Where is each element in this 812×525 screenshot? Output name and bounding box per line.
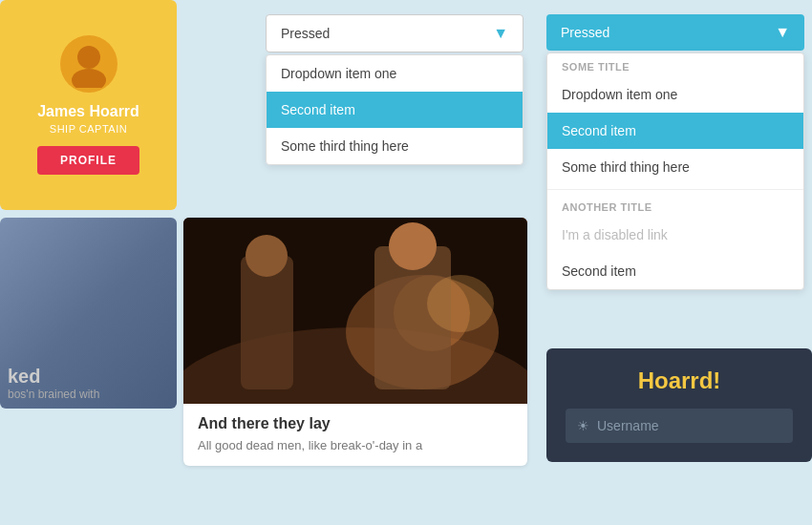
dropdown-rich-s2-item-1: I'm a disabled link <box>547 217 803 253</box>
username-input[interactable] <box>597 418 781 433</box>
image-left-text-line1: ked <box>8 366 99 388</box>
dropdown-rich-s1-item-2[interactable]: Second item <box>547 113 803 149</box>
dropdown-simple-selected-label: Pressed <box>281 26 330 41</box>
dropdown-rich-trigger[interactable]: Pressed ▼ <box>546 14 804 51</box>
dropdown-rich-menu: SOME TITLE Dropdown item one Second item… <box>546 52 804 290</box>
image-card-description: All good dead men, like break-o'-day in … <box>198 437 513 454</box>
painting-image <box>183 218 527 404</box>
dropdown-rich-selected-label: Pressed <box>561 25 609 40</box>
user-icon: ☀ <box>577 418 589 433</box>
dropdown-divider <box>547 189 803 190</box>
profile-card: James Hoarrd SHIP CAPTAIN PROFILE <box>0 0 177 210</box>
svg-point-10 <box>427 275 494 332</box>
image-card-body: And there they lay All good dead men, li… <box>183 404 527 466</box>
image-card-center: And there they lay All good dead men, li… <box>183 218 527 466</box>
image-left-painting: ked bos'n brained with <box>0 218 177 409</box>
svg-point-1 <box>72 69 106 88</box>
dropdown-simple-item-3[interactable]: Some third thing here <box>267 128 523 164</box>
dropdown-simple-menu: Dropdown item one Second item Some third… <box>266 54 524 165</box>
image-left-text: ked bos'n brained with <box>8 366 99 401</box>
image-left-text-line2: bos'n brained with <box>8 388 99 401</box>
profile-button[interactable]: PROFILE <box>37 146 139 175</box>
dropdown-simple-item-2[interactable]: Second item <box>267 92 523 128</box>
profile-name: James Hoarrd <box>37 102 139 120</box>
chevron-down-icon-rich: ▼ <box>775 24 790 41</box>
chevron-down-icon: ▼ <box>493 25 508 42</box>
profile-title: SHIP CAPTAIN <box>50 123 127 135</box>
dropdown-section-2-title: ANOTHER TITLE <box>547 194 803 217</box>
avatar <box>60 35 118 93</box>
username-field-wrapper: ☀ <box>566 409 793 443</box>
dropdown-rich: Pressed ▼ SOME TITLE Dropdown item one S… <box>546 14 804 290</box>
dropdown-simple-trigger[interactable]: Pressed ▼ <box>266 14 524 52</box>
dropdown-simple: Pressed ▼ Dropdown item one Second item … <box>266 14 524 165</box>
svg-point-7 <box>246 235 288 277</box>
image-card-title: And there they lay <box>198 415 513 432</box>
dropdown-rich-s1-item-3[interactable]: Some third thing here <box>547 149 803 185</box>
svg-point-9 <box>389 222 437 270</box>
dropdown-simple-item-1[interactable]: Dropdown item one <box>267 55 523 92</box>
login-title: Hoarrd! <box>566 368 793 394</box>
svg-point-0 <box>77 46 100 69</box>
dropdown-section-1-title: SOME TITLE <box>547 53 803 76</box>
dropdown-rich-s1-item-1[interactable]: Dropdown item one <box>547 76 803 113</box>
login-card: Hoarrd! ☀ <box>546 348 812 462</box>
dropdown-rich-s2-item-2[interactable]: Second item <box>547 253 803 289</box>
image-card-left: ked bos'n brained with <box>0 218 177 409</box>
